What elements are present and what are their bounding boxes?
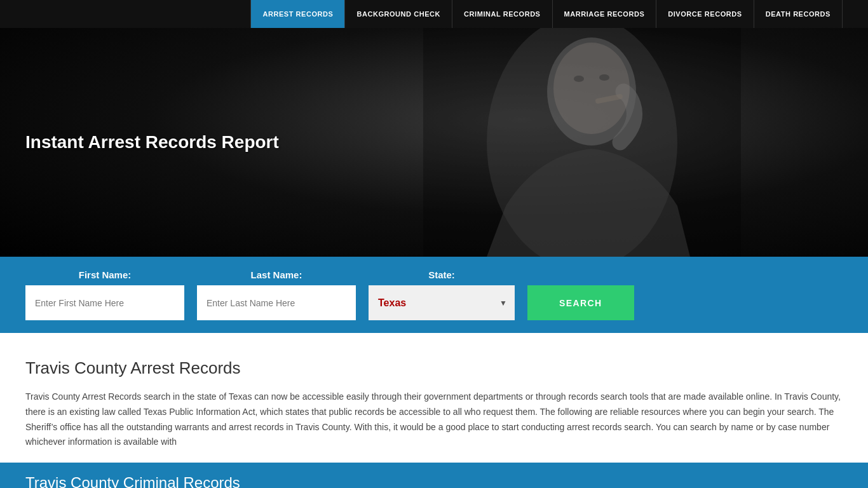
main-nav: ARREST RECORDS BACKGROUND CHECK CRIMINAL… xyxy=(250,0,843,28)
nav-arrest-records[interactable]: ARREST RECORDS xyxy=(250,0,345,28)
state-select[interactable]: Texas Alabama Alaska Arizona Arkansas Ca… xyxy=(369,285,515,320)
nav-death-records[interactable]: DEATH RECORDS xyxy=(754,0,843,28)
state-wrapper: Texas Alabama Alaska Arizona Arkansas Ca… xyxy=(369,285,515,320)
state-label: State: xyxy=(369,269,515,280)
hero-section: Instant Arrest Records Report xyxy=(0,28,868,257)
nav-marriage-records[interactable]: MARRIAGE RECORDS xyxy=(553,0,657,28)
search-bar: First Name: Last Name: State: Texas Alab… xyxy=(0,257,868,333)
nav-background-check[interactable]: BACKGROUND CHECK xyxy=(345,0,452,28)
first-name-input[interactable] xyxy=(25,285,184,320)
main-section-title: Travis County Arrest Records xyxy=(25,358,843,378)
main-content: Travis County Arrest Records Travis Coun… xyxy=(0,333,868,450)
first-name-label: First Name: xyxy=(25,269,184,280)
svg-point-5 xyxy=(599,74,609,81)
criminal-records-bar: Travis County Criminal Records xyxy=(0,463,868,488)
svg-point-3 xyxy=(553,43,630,134)
nav-divorce-records[interactable]: DIVORCE RECORDS xyxy=(656,0,754,28)
criminal-section-title: Travis County Criminal Records xyxy=(25,474,843,488)
nav-criminal-records[interactable]: CRIMINAL RECORDS xyxy=(452,0,552,28)
site-header: ARREST RECORDS BACKGROUND CHECK CRIMINAL… xyxy=(0,0,868,28)
svg-point-4 xyxy=(574,76,584,82)
search-button[interactable]: SEARCH xyxy=(527,285,634,320)
main-section-body: Travis County Arrest Records search in t… xyxy=(25,390,843,450)
last-name-input[interactable] xyxy=(197,285,356,320)
first-name-field: First Name: xyxy=(25,269,184,320)
hero-content: Instant Arrest Records Report xyxy=(0,132,304,152)
last-name-field: Last Name: xyxy=(197,269,356,320)
hero-figure xyxy=(423,28,741,257)
state-field: State: Texas Alabama Alaska Arizona Arka… xyxy=(369,269,515,320)
last-name-label: Last Name: xyxy=(197,269,356,280)
hero-title: Instant Arrest Records Report xyxy=(25,132,279,152)
